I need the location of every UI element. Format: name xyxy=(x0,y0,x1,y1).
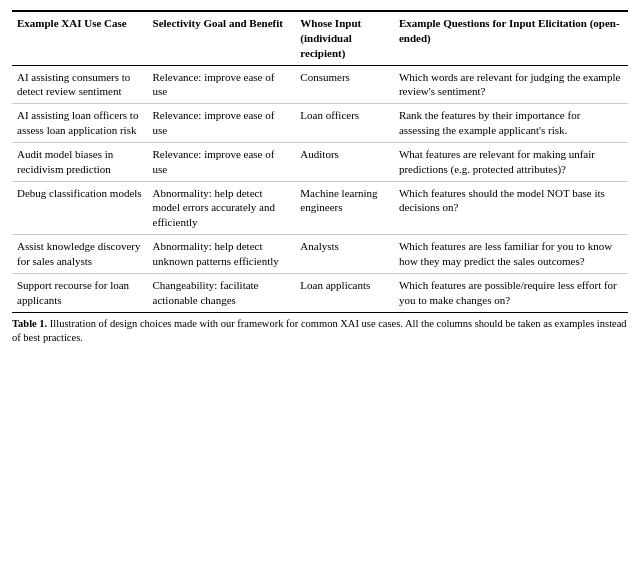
cell-selectivity: Relevance: improve ease of use xyxy=(148,104,296,143)
cell-whose: Loan applicants xyxy=(295,273,394,312)
cell-selectivity: Abnormality: help detect model errors ac… xyxy=(148,181,296,235)
cell-whose: Loan officers xyxy=(295,104,394,143)
col-header-questions: Example Questions for Input Elicitation … xyxy=(394,11,628,65)
cell-use_case: Debug classification models xyxy=(12,181,148,235)
table-row: Debug classification modelsAbnormality: … xyxy=(12,181,628,235)
cell-selectivity: Relevance: improve ease of use xyxy=(148,65,296,104)
cell-questions: Which features should the model NOT base… xyxy=(394,181,628,235)
cell-selectivity: Relevance: improve ease of use xyxy=(148,142,296,181)
col-header-use-case: Example XAI Use Case xyxy=(12,11,148,65)
cell-use_case: AI assisting loan officers to assess loa… xyxy=(12,104,148,143)
table-caption: Table 1. Illustration of design choices … xyxy=(12,317,628,346)
cell-questions: What features are relevant for making un… xyxy=(394,142,628,181)
cell-use_case: Support recourse for loan applicants xyxy=(12,273,148,312)
table-row: Audit model biases in recidivism predict… xyxy=(12,142,628,181)
cell-questions: Which words are relevant for judging the… xyxy=(394,65,628,104)
header-row: Example XAI Use Case Selectivity Goal an… xyxy=(12,11,628,65)
col-header-selectivity: Selectivity Goal and Benefit xyxy=(148,11,296,65)
caption-text: Illustration of design choices made with… xyxy=(12,318,627,344)
cell-use_case: AI assisting consumers to detect review … xyxy=(12,65,148,104)
cell-whose: Machine learning engineers xyxy=(295,181,394,235)
main-table: Example XAI Use Case Selectivity Goal an… xyxy=(12,10,628,313)
col-header-whose: Whose Input (individual recipient) xyxy=(295,11,394,65)
cell-questions: Rank the features by their importance fo… xyxy=(394,104,628,143)
cell-whose: Auditors xyxy=(295,142,394,181)
caption-label: Table 1. xyxy=(12,318,47,329)
table-row: AI assisting consumers to detect review … xyxy=(12,65,628,104)
cell-whose: Consumers xyxy=(295,65,394,104)
cell-selectivity: Changeability: facilitate actionable cha… xyxy=(148,273,296,312)
cell-use_case: Audit model biases in recidivism predict… xyxy=(12,142,148,181)
cell-whose: Analysts xyxy=(295,235,394,274)
cell-selectivity: Abnormality: help detect unknown pattern… xyxy=(148,235,296,274)
table-row: Support recourse for loan applicantsChan… xyxy=(12,273,628,312)
table-row: AI assisting loan officers to assess loa… xyxy=(12,104,628,143)
cell-use_case: Assist knowledge discovery for sales ana… xyxy=(12,235,148,274)
table-row: Assist knowledge discovery for sales ana… xyxy=(12,235,628,274)
cell-questions: Which features are less familiar for you… xyxy=(394,235,628,274)
cell-questions: Which features are possible/require less… xyxy=(394,273,628,312)
